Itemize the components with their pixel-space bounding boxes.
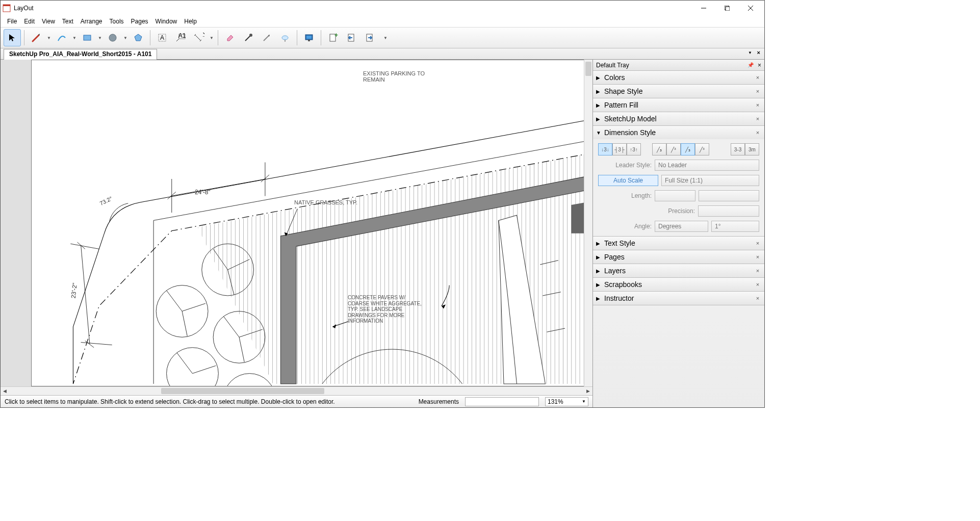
dim-align-1[interactable]: ╱₃ (652, 143, 666, 155)
dim-text-below[interactable]: ↑3↑ (627, 143, 641, 155)
dim-align-4[interactable]: ╱³ (695, 143, 709, 155)
svg-text:⇲: ⇲ (202, 33, 204, 38)
panel-close-icon[interactable]: × (754, 268, 761, 274)
svg-rect-23 (306, 36, 312, 39)
panel-close-icon[interactable]: × (754, 254, 761, 260)
horizontal-scrollbar[interactable]: ◀ ▶ (1, 386, 592, 395)
menu-arrange[interactable]: Arrange (77, 17, 106, 26)
panel-layers[interactable]: ▶Layers× (593, 264, 764, 277)
toolbar-overflow[interactable]: ▼ (382, 29, 389, 46)
line-tool-dropdown[interactable]: ▼ (46, 29, 52, 46)
rectangle-tool-dropdown[interactable]: ▼ (97, 29, 103, 46)
minimize-button[interactable] (692, 1, 715, 16)
menu-view[interactable]: View (38, 17, 59, 26)
scroll-left-arrow[interactable]: ◀ (1, 387, 9, 396)
circle-tool-dropdown[interactable]: ▼ (122, 29, 128, 46)
scroll-right-arrow[interactable]: ▶ (584, 387, 592, 396)
menu-pages[interactable]: Pages (127, 17, 152, 26)
menu-tools[interactable]: Tools (106, 17, 127, 26)
zoom-select[interactable]: 131%▼ (545, 397, 588, 406)
arc-tool[interactable] (53, 29, 70, 46)
tray-header[interactable]: Default Tray 📌 × (593, 60, 764, 71)
panel-close-icon[interactable]: × (754, 88, 761, 94)
measurements-input[interactable] (465, 397, 539, 406)
note-pavers: CONCRETE PAVERS W/ COARSE WHITE AGGREGAT… (348, 295, 424, 324)
dimension-tool[interactable]: ⇲ (190, 29, 208, 46)
canvas[interactable]: EXISTING PARKING TO REMAIN NATIVE GRASSE… (1, 60, 592, 386)
circle-tool[interactable] (104, 29, 121, 46)
dimension-tool-dropdown[interactable]: ▼ (209, 29, 215, 46)
panel-close-icon[interactable]: × (754, 102, 761, 108)
select-tool[interactable] (4, 29, 21, 46)
panel-dimension-style[interactable]: ▼Dimension Style× (593, 126, 764, 139)
document-tabstrip: SketchUp Pro_AIA_Real-World_Short2015 - … (1, 48, 764, 60)
panel-close-icon[interactable]: × (754, 74, 761, 81)
add-page-tool[interactable]: + (324, 29, 342, 46)
dim-align-2[interactable]: ╱³ (666, 143, 681, 155)
precision-select[interactable] (698, 205, 759, 217)
svg-point-53 (167, 348, 219, 386)
arc-tool-dropdown[interactable]: ▼ (71, 29, 78, 46)
panel-instructor[interactable]: ▶Instructor× (593, 292, 764, 305)
dim-unit-arch[interactable]: 3-3 (731, 143, 745, 155)
panel-scrapbooks[interactable]: ▶Scrapbooks× (593, 278, 764, 291)
svg-line-14 (176, 39, 179, 41)
dim-unit-metric[interactable]: 3m (745, 143, 759, 155)
next-page-tool[interactable] (361, 29, 378, 46)
menu-file[interactable]: File (4, 17, 20, 26)
dim-text-center[interactable]: ┤3├ (612, 143, 627, 155)
tab-list-dropdown[interactable]: ▼ (748, 50, 752, 55)
svg-line-47 (182, 303, 205, 311)
dim-align-3[interactable]: ╱₃ (681, 143, 695, 155)
label-tool[interactable]: A1 (172, 29, 189, 46)
document-tab[interactable]: SketchUp Pro_AIA_Real-World_Short2015 - … (4, 49, 157, 60)
tab-close-button[interactable]: × (757, 49, 760, 56)
svg-line-38 (81, 245, 90, 344)
join-tool[interactable] (276, 29, 294, 46)
prev-page-tool[interactable] (343, 29, 360, 46)
panel-text-style[interactable]: ▶Text Style× (593, 237, 764, 250)
menu-help[interactable]: Help (180, 17, 200, 26)
eraser-tool[interactable] (221, 29, 239, 46)
default-tray: Default Tray 📌 × ▶Colors× ▶Shape Style× … (592, 60, 764, 407)
leader-style-label: Leader Style: (598, 162, 652, 169)
panel-sketchup-model[interactable]: ▶SketchUp Model× (593, 112, 764, 125)
drawing-content (32, 60, 592, 386)
panel-close-icon[interactable]: × (754, 240, 761, 246)
pin-icon[interactable]: 📌 (747, 62, 754, 68)
panel-close-icon[interactable]: × (754, 295, 761, 301)
scale-select[interactable]: Full Size (1:1) (661, 175, 759, 186)
menu-window[interactable]: Window (152, 17, 181, 26)
panel-pages[interactable]: ▶Pages× (593, 250, 764, 264)
dim-text-above[interactable]: ↓3↓ (598, 143, 612, 155)
presentation-tool[interactable] (300, 29, 318, 46)
panel-pattern-fill[interactable]: ▶Pattern Fill× (593, 98, 764, 112)
polygon-tool[interactable] (130, 29, 147, 46)
split-tool[interactable] (258, 29, 275, 46)
line-tool[interactable] (28, 29, 45, 46)
panel-shape-style[interactable]: ▶Shape Style× (593, 85, 764, 98)
maximize-button[interactable] (715, 1, 739, 16)
panel-close-icon[interactable]: × (754, 116, 761, 122)
angle-precision-select[interactable]: 1° (711, 221, 759, 232)
length-precision-select[interactable] (699, 190, 759, 201)
close-button[interactable] (739, 1, 762, 16)
length-label: Length: (598, 192, 652, 199)
panel-close-icon[interactable]: × (754, 281, 761, 288)
menu-text[interactable]: Text (59, 17, 77, 26)
vertical-scrollbar[interactable] (584, 60, 592, 386)
titlebar: LayOut (1, 1, 764, 16)
text-tool[interactable]: A (153, 29, 171, 46)
style-tool[interactable] (240, 29, 257, 46)
angle-unit-select[interactable]: Degrees (655, 221, 708, 232)
tray-close-icon[interactable]: × (758, 62, 761, 69)
paper[interactable]: EXISTING PARKING TO REMAIN NATIVE GRASSE… (31, 60, 592, 386)
panel-close-icon[interactable]: × (754, 129, 761, 136)
menu-edit[interactable]: Edit (20, 17, 38, 26)
rectangle-tool[interactable] (79, 29, 96, 46)
zoom-value: 131% (548, 398, 563, 405)
autoscale-button[interactable]: Auto Scale (598, 175, 658, 186)
leader-style-select[interactable]: No Leader (655, 160, 759, 171)
panel-colors[interactable]: ▶Colors× (593, 71, 764, 84)
length-unit-select[interactable] (655, 190, 695, 201)
